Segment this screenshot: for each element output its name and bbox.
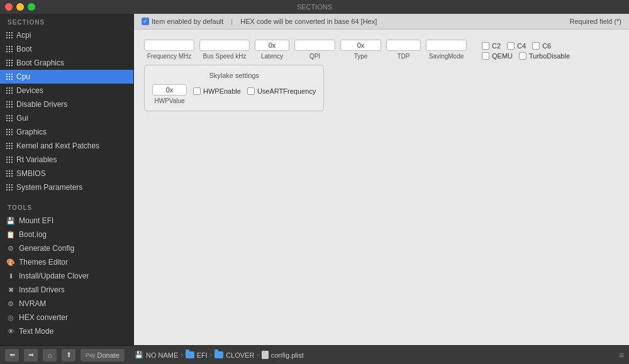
close-button[interactable]	[5, 3, 13, 11]
sidebar-item-boot-graphics[interactable]: Boot Graphics	[0, 56, 133, 70]
tools-header: TOOLS	[0, 199, 133, 214]
content-area: Item enabled by default | HEX code will …	[134, 14, 629, 345]
sidebar-item-cpu[interactable]: Cpu	[0, 70, 133, 84]
use-art-text: UseARTFrequency	[257, 87, 316, 95]
tools-item-hex-converter[interactable]: ◎HEX converter	[0, 311, 133, 324]
sidebar-item-kernel-kext-patches[interactable]: Kernel and Kext Patches	[0, 139, 133, 153]
hwp-enable-label[interactable]: HWPEnable	[193, 87, 241, 95]
bus-speed-field-group: Bus Speed kHz	[199, 40, 250, 60]
donate-button[interactable]: Pay Donate	[81, 349, 125, 361]
sidebar-item-rt-variables[interactable]: Rt Variables	[0, 153, 133, 167]
cpu-checkboxes: C2 C4 C6 QEMU	[482, 42, 570, 60]
minimize-button[interactable]	[16, 3, 24, 11]
grid-icon-acpi	[6, 32, 13, 38]
menu-icon[interactable]: ≡	[619, 350, 624, 360]
hwp-enable-checkbox[interactable]	[193, 87, 201, 95]
sidebar-item-boot[interactable]: Boot	[0, 42, 133, 56]
type-input[interactable]	[340, 40, 381, 51]
tools-item-nvram[interactable]: ⚙NVRAM	[0, 297, 133, 311]
titlebar-title: SECTIONS	[297, 3, 332, 11]
c2-checkbox[interactable]	[482, 42, 489, 50]
cpu-fields-row: Frequency MHz Bus Speed kHz Latency QPI …	[144, 40, 619, 60]
qpi-input[interactable]	[294, 40, 335, 51]
tool-label-hex-converter: HEX converter	[19, 313, 68, 322]
sidebar-item-acpi[interactable]: Acpi	[0, 28, 133, 42]
sidebar-item-gui[interactable]: Gui	[0, 111, 133, 125]
hwp-value-input[interactable]	[152, 84, 187, 96]
turbo-disable-checkbox[interactable]	[519, 52, 526, 60]
frequency-field-group: Frequency MHz	[144, 40, 194, 60]
skylake-title: Skylake settings	[152, 72, 316, 79]
grid-icon-system-parameters	[6, 184, 13, 190]
tools-item-text-mode[interactable]: 👁Text Mode	[0, 324, 133, 338]
config-file-label: config.plist	[271, 351, 304, 359]
grid-icon-disable-drivers	[6, 101, 13, 108]
sidebar-item-label-smbios: SMBIOS	[16, 169, 46, 178]
sidebar-item-smbios[interactable]: SMBIOS	[0, 167, 133, 180]
tools-item-install-drivers[interactable]: ✖Install Drivers	[0, 283, 133, 297]
chevron-1: ›	[181, 351, 182, 358]
tdp-input[interactable]	[386, 40, 421, 51]
info-bar: Item enabled by default | HEX code will …	[134, 14, 629, 30]
tdp-field-group: TDP	[386, 40, 421, 60]
disk-name: NO NAME	[146, 351, 178, 359]
sidebar-item-label-acpi: Acpi	[16, 31, 31, 40]
maximize-button[interactable]	[28, 3, 35, 11]
sidebar-item-devices[interactable]: Devices	[0, 84, 133, 97]
latency-input[interactable]	[255, 40, 289, 51]
tools-item-themes-editor[interactable]: 🎨Themes Editor	[0, 255, 133, 269]
forward-button[interactable]: ➡	[24, 349, 38, 361]
sidebar-item-label-gui: Gui	[16, 114, 28, 123]
tools-item-generate-config[interactable]: ⚙Generate Config	[0, 241, 133, 255]
c2-label: C2	[492, 42, 501, 50]
hwp-enable-text: HWPEnable	[203, 87, 241, 95]
c2-checkbox-label[interactable]: C2	[482, 42, 501, 50]
tool-icon-generate-config: ⚙	[6, 244, 15, 253]
sidebar-item-label-boot-graphics: Boot Graphics	[16, 58, 64, 67]
info-separator: |	[231, 18, 233, 25]
sidebar-item-label-graphics: Graphics	[16, 128, 47, 136]
frequency-input[interactable]	[144, 40, 194, 51]
tools-item-boot-log[interactable]: 📋Boot.log	[0, 228, 133, 241]
traffic-lights	[5, 3, 35, 11]
tools-item-install-update-clover[interactable]: ⬇Install/Update Clover	[0, 269, 133, 283]
config-file-icon	[262, 351, 269, 359]
tool-icon-install-update-clover: ⬇	[6, 272, 15, 280]
sidebar-item-label-rt-variables: Rt Variables	[16, 155, 57, 164]
type-label: Type	[354, 53, 368, 60]
use-art-checkbox[interactable]	[247, 87, 255, 95]
back-button[interactable]: ⬅	[5, 349, 19, 361]
tools-item-mount-efi[interactable]: 💾Mount EFI	[0, 214, 133, 228]
saving-mode-field-group: SavingMode	[426, 40, 467, 60]
disk-icon: 💾	[135, 351, 143, 359]
saving-mode-input[interactable]	[426, 40, 467, 51]
main-layout: SECTIONS AcpiBootBoot GraphicsCpuDevices…	[0, 14, 629, 345]
efi-label: EFI	[197, 351, 208, 359]
item-enabled-indicator: Item enabled by default	[142, 18, 223, 25]
chevron-2: ›	[210, 351, 212, 358]
turbo-disable-checkbox-label[interactable]: TurboDisable	[519, 52, 570, 60]
grid-icon-devices	[6, 87, 13, 94]
c6-checkbox-label[interactable]: C6	[532, 42, 551, 50]
paypal-icon: Pay	[86, 352, 96, 358]
c6-checkbox[interactable]	[532, 42, 540, 50]
c4-checkbox[interactable]	[507, 42, 515, 50]
sidebar-item-label-boot: Boot	[16, 45, 32, 53]
sidebar-item-disable-drivers[interactable]: Disable Drivers	[0, 97, 133, 111]
use-art-frequency-label[interactable]: UseARTFrequency	[247, 87, 316, 95]
home-button[interactable]: ⌂	[43, 349, 57, 361]
share-button[interactable]: ⬆	[62, 349, 75, 361]
c4-checkbox-label[interactable]: C4	[507, 42, 526, 50]
grid-icon-smbios	[6, 170, 13, 177]
sidebar-item-system-parameters[interactable]: System Parameters	[0, 180, 133, 194]
tool-icon-mount-efi: 💾	[6, 216, 15, 225]
tool-label-nvram: NVRAM	[19, 299, 46, 308]
sections-header: SECTIONS	[0, 14, 133, 28]
bus-speed-input[interactable]	[199, 40, 250, 51]
qemu-checkbox-label[interactable]: QEMU	[482, 52, 513, 60]
sidebar-item-label-devices: Devices	[16, 86, 43, 95]
qemu-checkbox[interactable]	[482, 52, 489, 60]
cpu-panel: Frequency MHz Bus Speed kHz Latency QPI …	[134, 30, 629, 345]
hex-label: HEX code will be converted in base 64 [H…	[240, 18, 377, 25]
sidebar-item-graphics[interactable]: Graphics	[0, 125, 133, 139]
